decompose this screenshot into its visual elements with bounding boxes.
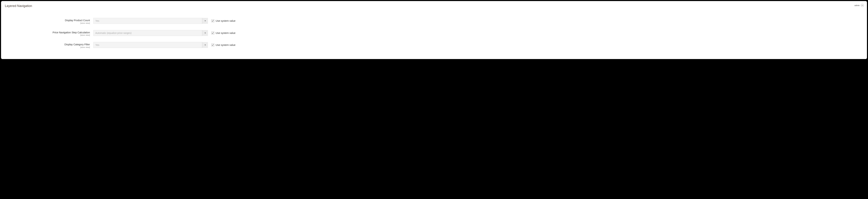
display-category-filter-select: Yes bbox=[93, 42, 208, 48]
field-scope: [store view] bbox=[5, 46, 90, 48]
field-use-col: Use system value bbox=[208, 18, 236, 24]
field-label-col: Display Category Filter [store view] bbox=[5, 42, 93, 48]
use-system-value-checkbox[interactable] bbox=[212, 32, 214, 34]
field-label: Price Navigation Step Calculation bbox=[5, 31, 90, 34]
field-control-col: Yes bbox=[93, 18, 208, 24]
chevron-up-icon bbox=[861, 4, 863, 7]
field-scope: [store view] bbox=[5, 34, 90, 36]
field-use-col: Use system value bbox=[208, 30, 236, 36]
config-section-panel: Layered Navigation admin Display Product… bbox=[1, 1, 867, 59]
field-use-col: Use system value bbox=[208, 42, 236, 48]
field-label: Display Product Count bbox=[5, 19, 90, 22]
display-product-count-select: Yes bbox=[93, 18, 208, 24]
section-top-right: admin bbox=[855, 4, 864, 7]
section-title: Layered Navigation bbox=[5, 4, 863, 8]
field-control-col: Yes bbox=[93, 42, 208, 48]
price-navigation-step-select: Automatic (equalize price ranges) bbox=[93, 30, 208, 36]
use-system-value-label[interactable]: Use system value bbox=[216, 32, 236, 34]
field-label-col: Price Navigation Step Calculation [store… bbox=[5, 30, 93, 36]
select-wrap: Automatic (equalize price ranges) bbox=[93, 30, 208, 36]
field-row-price-navigation-step: Price Navigation Step Calculation [store… bbox=[5, 30, 863, 36]
field-label: Display Category Filter bbox=[5, 43, 90, 46]
field-control-col: Automatic (equalize price ranges) bbox=[93, 30, 208, 36]
fields-container: Display Product Count [store view] Yes U bbox=[5, 18, 863, 48]
field-row-display-category-filter: Display Category Filter [store view] Yes bbox=[5, 42, 863, 48]
use-system-value-checkbox[interactable] bbox=[212, 44, 214, 46]
collapse-section-button[interactable] bbox=[861, 4, 864, 7]
select-wrap: Yes bbox=[93, 42, 208, 48]
field-row-display-product-count: Display Product Count [store view] Yes U bbox=[5, 18, 863, 24]
field-label-col: Display Product Count [store view] bbox=[5, 18, 93, 24]
field-scope: [store view] bbox=[5, 22, 90, 24]
select-wrap: Yes bbox=[93, 18, 208, 24]
use-system-value-checkbox[interactable] bbox=[212, 20, 214, 22]
use-system-value-label[interactable]: Use system value bbox=[216, 44, 236, 46]
use-system-value-label[interactable]: Use system value bbox=[216, 20, 236, 22]
scope-admin-label: admin bbox=[855, 4, 860, 6]
